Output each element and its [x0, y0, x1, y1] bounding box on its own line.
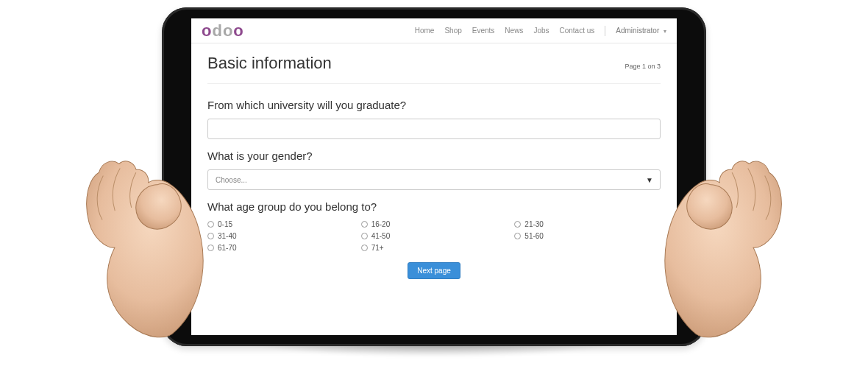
- nav-separator: [605, 26, 605, 36]
- page-title: Basic information: [207, 54, 332, 73]
- radio-icon: [514, 221, 521, 228]
- brand-part-1: o: [202, 23, 211, 39]
- age-option-31-40[interactable]: 31-40: [207, 232, 354, 240]
- radio-icon: [361, 233, 368, 239]
- age-option-21-30[interactable]: 21-30: [514, 220, 661, 228]
- question-age: What age group do you belong to? 0-15 16…: [207, 200, 661, 252]
- age-option-label: 31-40: [218, 232, 237, 240]
- nav-link-events[interactable]: Events: [472, 27, 495, 35]
- age-option-51-60[interactable]: 51-60: [514, 232, 661, 240]
- caret-down-icon: ▾: [664, 28, 666, 35]
- age-option-label: 21-30: [524, 220, 544, 228]
- tablet-frame: o d o o Home Shop Events News Jobs Conta…: [162, 7, 706, 346]
- brand-part-2: d: [212, 23, 221, 39]
- nav-link-jobs[interactable]: Jobs: [533, 27, 549, 35]
- question-gender-label: What is your gender?: [207, 150, 661, 162]
- nav-link-home[interactable]: Home: [415, 27, 435, 35]
- nav-link-contact[interactable]: Contact us: [560, 27, 595, 35]
- age-option-label: 16-20: [371, 220, 391, 228]
- age-option-label: 71+: [371, 244, 384, 252]
- brand-logo[interactable]: o d o o: [202, 23, 243, 39]
- user-menu[interactable]: Administrator ▾: [616, 27, 666, 35]
- nav-links: Home Shop Events News Jobs Contact us Ad…: [415, 26, 666, 36]
- age-option-71plus[interactable]: 71+: [361, 244, 508, 252]
- age-option-label: 61-70: [218, 244, 237, 252]
- gender-select[interactable]: Choose...: [207, 169, 661, 190]
- content: Basic information Page 1 on 3 From which…: [191, 43, 677, 287]
- radio-icon: [361, 245, 368, 251]
- nav-link-shop[interactable]: Shop: [444, 27, 461, 35]
- title-rule: [207, 83, 661, 84]
- age-option-label: 51-60: [524, 232, 544, 240]
- question-age-label: What age group do you belong to?: [207, 200, 661, 213]
- age-option-0-15[interactable]: 0-15: [207, 220, 354, 228]
- question-university-label: From which university will you graduate?: [207, 99, 661, 111]
- radio-icon: [207, 245, 214, 251]
- page-counter: Page 1 on 3: [625, 63, 661, 70]
- age-option-16-20[interactable]: 16-20: [361, 220, 508, 228]
- age-option-label: 0-15: [218, 220, 232, 228]
- age-radio-group: 0-15 16-20 21-30 31-40 41-50 51-60 61-70…: [207, 220, 661, 252]
- page: o d o o Home Shop Events News Jobs Conta…: [191, 18, 677, 335]
- tablet-screen: o d o o Home Shop Events News Jobs Conta…: [191, 18, 677, 335]
- question-gender: What is your gender? Choose... ▼: [207, 150, 661, 190]
- radio-icon: [361, 221, 368, 228]
- radio-icon: [207, 233, 214, 239]
- age-option-label: 41-50: [371, 232, 391, 240]
- radio-icon: [207, 221, 214, 228]
- brand-part-4: o: [233, 23, 243, 39]
- radio-icon: [514, 233, 521, 239]
- brand-part-3: o: [223, 23, 232, 39]
- nav-link-news[interactable]: News: [505, 27, 523, 35]
- next-page-button[interactable]: Next page: [408, 262, 460, 279]
- age-option-41-50[interactable]: 41-50: [361, 232, 508, 240]
- user-name: Administrator: [616, 27, 659, 35]
- university-input[interactable]: [207, 119, 661, 139]
- age-option-61-70[interactable]: 61-70: [207, 244, 354, 252]
- navbar: o d o o Home Shop Events News Jobs Conta…: [191, 18, 677, 43]
- gender-select-value: Choose...: [216, 176, 247, 184]
- question-university: From which university will you graduate?: [207, 99, 661, 139]
